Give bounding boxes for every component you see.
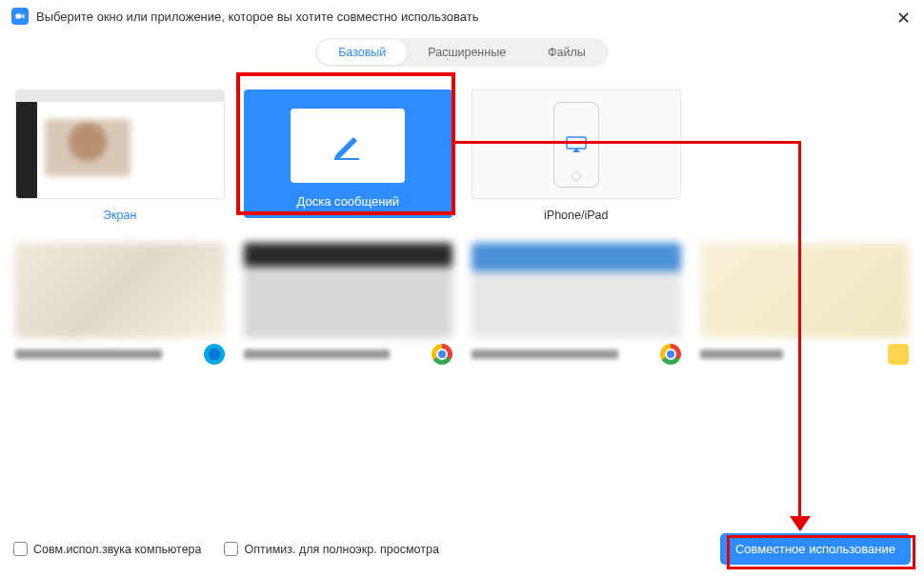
svg-rect-2 — [567, 137, 586, 149]
option-screen-label: Экран — [103, 209, 136, 222]
footer-bar: Совм.испол.звука компьютера Оптимиз. для… — [0, 524, 924, 578]
app-thumb-2 — [244, 243, 453, 338]
grid-spacer — [700, 90, 910, 222]
option-iphone-ipad[interactable]: iPhone/iPad — [472, 90, 681, 222]
optimize-video-label: Оптимиз. для полноэкр. просмотра — [244, 543, 438, 556]
airplay-icon — [566, 136, 587, 153]
tab-basic[interactable]: Базовый — [317, 40, 407, 65]
close-button[interactable]: ✕ — [896, 8, 911, 29]
dialog-title: Выберите окно или приложение, которое вы… — [36, 10, 479, 24]
tab-files[interactable]: Файлы — [527, 40, 607, 65]
option-screen[interactable]: Экран — [15, 90, 225, 222]
app-label-3 — [472, 349, 618, 359]
option-whiteboard[interactable]: Доска сообщений — [244, 90, 453, 222]
app-label-1 — [15, 349, 162, 359]
option-whiteboard-label: Доска сообщений — [296, 194, 399, 209]
application-windows-row — [0, 222, 924, 361]
option-iphone-label: iPhone/iPad — [544, 209, 608, 222]
tab-group: Базовый Расширенные Файлы — [315, 38, 609, 67]
zoom-app-icon — [11, 8, 29, 25]
screen-thumbnail — [15, 90, 225, 199]
app-thumb-3 — [472, 243, 681, 338]
app-thumb-1 — [15, 243, 225, 338]
share-audio-checkbox[interactable]: Совм.испол.звука компьютера — [13, 542, 201, 556]
app-window-4[interactable] — [700, 243, 910, 361]
app-window-1[interactable] — [15, 243, 225, 361]
iphone-thumbnail — [472, 90, 681, 199]
app-label-2 — [244, 349, 391, 359]
app-window-3[interactable] — [472, 243, 681, 361]
checkbox-icon — [224, 542, 238, 556]
app-thumb-4 — [700, 243, 910, 338]
optimize-video-checkbox[interactable]: Оптимиз. для полноэкр. просмотра — [224, 542, 438, 556]
app-window-2[interactable] — [244, 243, 453, 361]
dialog-header: Выберите окно или приложение, которое вы… — [0, 0, 924, 32]
share-options-grid: Экран Доска сообщений iPhone/iPad — [0, 67, 924, 222]
tab-bar: Базовый Расширенные Файлы — [0, 38, 924, 67]
folder-icon — [888, 344, 909, 365]
share-button[interactable]: Совместное использование — [720, 533, 911, 565]
pencil-icon — [331, 131, 365, 160]
tab-advanced[interactable]: Расширенные — [407, 40, 527, 65]
checkbox-icon — [13, 542, 28, 556]
chrome-icon — [432, 344, 452, 365]
svg-rect-0 — [16, 14, 22, 19]
chrome-icon-2 — [660, 344, 681, 365]
share-audio-label: Совм.испол.звука компьютера — [33, 543, 201, 556]
edge-icon — [204, 344, 225, 365]
app-label-4 — [700, 349, 784, 359]
